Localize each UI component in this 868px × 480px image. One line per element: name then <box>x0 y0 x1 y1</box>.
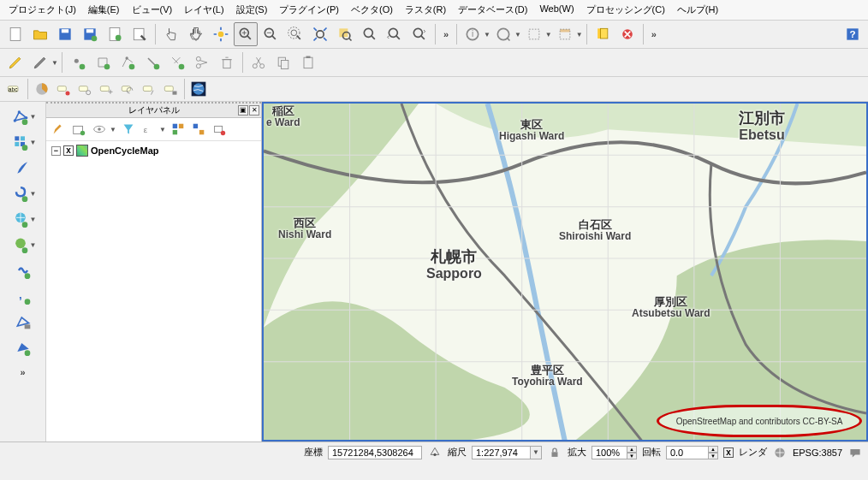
label-show-button[interactable] <box>74 79 95 99</box>
rot-up[interactable]: ▲ <box>708 446 718 453</box>
node-tool-button[interactable] <box>116 50 140 74</box>
label-change-button[interactable] <box>139 79 159 99</box>
delete-button[interactable] <box>215 50 239 74</box>
zoom-in-button[interactable] <box>234 22 258 46</box>
visibility-button[interactable] <box>91 121 108 138</box>
layer-checkbox[interactable]: x <box>63 145 74 156</box>
pan-button[interactable] <box>184 22 208 46</box>
add-vector-dropdown[interactable]: ▼ <box>30 113 37 121</box>
menu-web[interactable]: Web(W) <box>534 2 579 18</box>
save-button[interactable] <box>53 22 77 46</box>
add-vector-button[interactable] <box>9 105 32 127</box>
label-props-button[interactable] <box>160 79 181 99</box>
identify-dropdown[interactable]: ▼ <box>484 31 490 39</box>
rot-down[interactable]: ▼ <box>708 453 718 459</box>
menu-processing[interactable]: プロセッシング(C) <box>581 2 670 18</box>
label-button[interactable]: abc <box>3 79 24 99</box>
panel-close-button[interactable]: ✕ <box>249 105 259 116</box>
style-button[interactable] <box>50 121 67 138</box>
crs-icon[interactable] <box>772 445 788 460</box>
extents-icon[interactable] <box>427 445 443 460</box>
expression-dropdown[interactable]: ▼ <box>159 126 166 133</box>
scale-dropdown[interactable]: ▼ <box>530 446 542 459</box>
panel-undock-button[interactable]: ▣ <box>238 105 248 116</box>
lock-icon[interactable] <box>547 445 562 460</box>
add-wcs-button[interactable] <box>9 234 32 256</box>
menu-plugins[interactable]: プラグイン(P) <box>274 2 344 18</box>
label-rotate-button[interactable] <box>117 79 138 99</box>
expand-all-button[interactable] <box>169 121 187 138</box>
zoom-last-button[interactable] <box>383 22 407 46</box>
mag-down[interactable]: ▼ <box>627 453 637 459</box>
label-pin-button[interactable] <box>53 79 74 99</box>
add-feather-button[interactable] <box>12 157 34 179</box>
visibility-dropdown[interactable]: ▼ <box>110 126 116 133</box>
mag-up[interactable]: ▲ <box>627 446 637 453</box>
zoom-next-button[interactable] <box>407 22 431 46</box>
composer-manager-button[interactable] <box>128 22 152 46</box>
toolbar-overflow-1[interactable]: » <box>439 29 453 39</box>
add-delimited-button[interactable]: , <box>12 285 34 307</box>
select-dropdown[interactable]: ▼ <box>545 31 552 39</box>
menu-raster[interactable]: ラスタ(R) <box>400 2 451 18</box>
menu-settings[interactable]: 設定(S) <box>231 2 273 18</box>
add-raster-button[interactable] <box>9 131 32 153</box>
cut-button[interactable] <box>247 50 271 74</box>
menu-layer[interactable]: レイヤ(L) <box>179 2 229 18</box>
refresh-button[interactable] <box>615 22 639 46</box>
move-feature-button[interactable] <box>91 50 115 74</box>
identify-tool-button[interactable] <box>491 22 515 46</box>
zoom-to-layer-button[interactable] <box>358 22 382 46</box>
menu-database[interactable]: データベース(D) <box>453 2 532 18</box>
select-button[interactable] <box>522 22 546 46</box>
add-raster-dropdown[interactable]: ▼ <box>30 139 37 146</box>
toolbar-overflow-2[interactable]: » <box>647 29 661 39</box>
identify-button[interactable]: i <box>461 22 485 46</box>
menu-project[interactable]: プロジェクト(J) <box>3 2 81 18</box>
add-wms-dropdown[interactable]: ▼ <box>30 216 37 223</box>
touch-tool-button[interactable] <box>159 22 183 46</box>
add-spatialite-button[interactable] <box>12 311 34 333</box>
new-print-composer-button[interactable] <box>103 22 127 46</box>
new-project-button[interactable] <box>3 22 27 46</box>
bookmark-button[interactable] <box>591 22 615 46</box>
layer-item[interactable]: − x OpenCycleMap <box>51 145 256 157</box>
pan-to-selection-button[interactable] <box>209 22 233 46</box>
add-postgis-button[interactable] <box>9 182 32 204</box>
paste-button[interactable] <box>296 50 320 74</box>
open-project-button[interactable] <box>28 22 52 46</box>
render-checkbox[interactable]: x <box>723 447 734 458</box>
expression-button[interactable]: ε <box>140 121 158 138</box>
select-by-dropdown[interactable]: ▼ <box>576 31 583 39</box>
remove-layer-button[interactable] <box>211 121 228 138</box>
add-virtual-button[interactable] <box>12 336 34 359</box>
copy-button[interactable] <box>271 50 295 74</box>
save-as-button[interactable] <box>78 22 102 46</box>
messages-icon[interactable] <box>847 445 863 460</box>
zoom-to-selection-button[interactable] <box>333 22 357 46</box>
edit-save-dropdown[interactable]: ▼ <box>51 59 58 67</box>
identify-tool-dropdown[interactable]: ▼ <box>514 31 521 39</box>
edit-save-button[interactable] <box>28 50 52 74</box>
add-group-button[interactable] <box>70 121 87 138</box>
menu-view[interactable]: ビュー(V) <box>127 2 178 18</box>
globe-button[interactable] <box>188 79 209 99</box>
menu-vector[interactable]: ベクタ(O) <box>346 2 398 18</box>
add-wcs-dropdown[interactable]: ▼ <box>30 241 37 249</box>
filter-button[interactable] <box>120 121 137 138</box>
scale-input[interactable] <box>472 446 532 459</box>
layer-expand-icon[interactable]: − <box>51 146 61 156</box>
zoom-full-button[interactable] <box>308 22 332 46</box>
collapse-all-button[interactable] <box>190 121 207 138</box>
zoom-out-button[interactable] <box>259 22 282 46</box>
zoom-native-button[interactable] <box>283 22 307 46</box>
coord-input[interactable] <box>328 446 422 459</box>
menu-edit[interactable]: 編集(E) <box>83 2 125 18</box>
add-feature-button[interactable] <box>66 50 90 74</box>
rotation-input[interactable] <box>666 446 709 459</box>
label-move-button[interactable] <box>96 79 116 99</box>
crs-label[interactable]: EPSG:3857 <box>793 447 842 458</box>
add-wms-button[interactable] <box>9 208 32 230</box>
split-feature-button[interactable] <box>165 50 189 74</box>
cut-features-button[interactable] <box>140 50 164 74</box>
